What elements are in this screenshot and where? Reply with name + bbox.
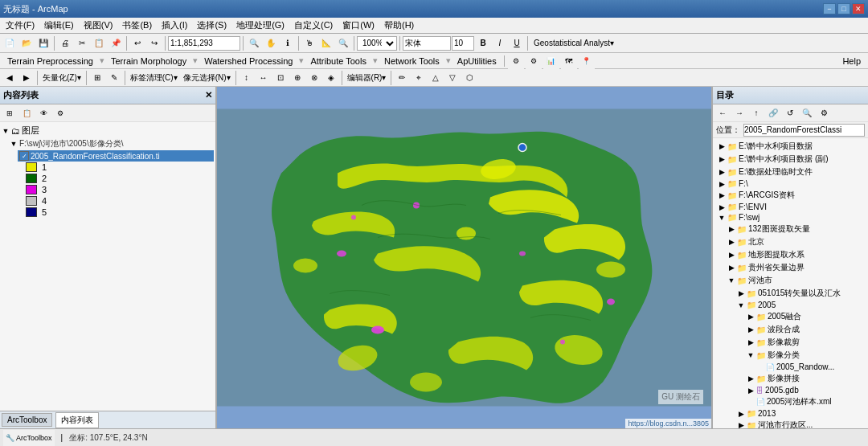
edit2[interactable]: ⌖ bbox=[411, 70, 427, 86]
edit4[interactable]: ▽ bbox=[444, 70, 461, 86]
menu-item-G[interactable]: 地理处理(G) bbox=[232, 18, 289, 32]
expand-1[interactable]: ▶ bbox=[718, 155, 726, 163]
catalog-item-4[interactable]: ▶📁F:\ARCGIS资料 bbox=[714, 189, 866, 202]
expand-10[interactable]: ▶ bbox=[727, 264, 735, 272]
catalog-item-8[interactable]: ▶📁北京 bbox=[714, 235, 866, 248]
aputilities-menu[interactable]: ApUtilities bbox=[453, 55, 501, 67]
tools3[interactable]: 📊 bbox=[543, 53, 559, 69]
zoom-tools[interactable]: 🔍 bbox=[246, 35, 262, 51]
pan-tool[interactable]: ✋ bbox=[263, 35, 279, 51]
catalog-item-12[interactable]: ▶📁051015转矢量以及汇水 bbox=[714, 287, 866, 300]
cut-button[interactable]: ✂ bbox=[74, 35, 90, 51]
catalog-item-10[interactable]: ▶📁贵州省矢量边界 bbox=[714, 261, 866, 274]
catalog-item-16[interactable]: ▶📁影像裁剪 bbox=[714, 336, 866, 349]
catalog-back[interactable]: ← bbox=[714, 105, 731, 121]
arrow-btn2[interactable]: ▶ bbox=[18, 70, 35, 86]
expand-20[interactable]: ▶ bbox=[747, 387, 755, 395]
misc3[interactable]: ⊡ bbox=[272, 70, 289, 86]
menu-item-E[interactable]: 编辑(E) bbox=[40, 18, 78, 32]
expand-16[interactable]: ▶ bbox=[747, 338, 755, 346]
catalog-item-11[interactable]: ▼📁河池市 bbox=[714, 274, 866, 287]
toc-close-button[interactable]: ✕ bbox=[205, 90, 212, 100]
expand-22[interactable]: ▶ bbox=[737, 410, 745, 418]
toc-file-item[interactable]: ✓ 2005_RandomForestClassification.ti bbox=[18, 150, 214, 162]
terrain-morphology-menu[interactable]: Terrain Morphology bbox=[107, 55, 190, 67]
contents-tab[interactable]: 内容列表 bbox=[55, 412, 99, 428]
catalog-item-6[interactable]: ▼📁F:\swj bbox=[714, 212, 866, 223]
toc-btn1[interactable]: ⊞ bbox=[2, 105, 18, 121]
catalog-item-21[interactable]: 📄2005河池样本.xml bbox=[714, 395, 866, 408]
zoom-percent[interactable]: 100% bbox=[357, 36, 397, 51]
file-checkbox[interactable]: ✓ bbox=[19, 151, 29, 161]
arrow-btn1[interactable]: ◀ bbox=[2, 70, 18, 86]
menu-item-C[interactable]: 自定义(C) bbox=[290, 18, 337, 32]
catalog-item-1[interactable]: ▶📁E:\黔中水利项目数据 (副) bbox=[714, 153, 866, 166]
expand-6[interactable]: ▼ bbox=[718, 214, 726, 222]
catalog-item-2[interactable]: ▶📁E:\数据处理临时文件 bbox=[714, 166, 866, 178]
italic-button[interactable]: I bbox=[492, 35, 508, 51]
menu-item-H[interactable]: 帮助(H) bbox=[380, 18, 418, 32]
font-size-input[interactable] bbox=[452, 36, 474, 51]
misc2[interactable]: ↔ bbox=[256, 70, 272, 86]
misc1[interactable]: ↕ bbox=[239, 70, 255, 86]
paste-button[interactable]: 📌 bbox=[108, 35, 124, 51]
expand-5[interactable]: ▶ bbox=[718, 203, 726, 211]
close-button[interactable]: ✕ bbox=[852, 3, 865, 14]
expand-12[interactable]: ▶ bbox=[737, 289, 745, 297]
expand-17[interactable]: ▼ bbox=[747, 351, 755, 359]
geostatistical-label[interactable]: Geostatistical Analyst▾ bbox=[530, 39, 617, 47]
vectorize-btn[interactable]: 矢量化(Z)▾ bbox=[40, 70, 84, 86]
save-button[interactable]: 💾 bbox=[35, 35, 51, 51]
map-area[interactable]: GU 测绘石 https://blog.csdn.n...3805 bbox=[217, 87, 711, 428]
misc6[interactable]: ◈ bbox=[323, 70, 339, 86]
toc-btn3[interactable]: 👁 bbox=[35, 105, 51, 121]
expand-8[interactable]: ▶ bbox=[727, 238, 735, 246]
catalog-item-14[interactable]: ▶📁2005融合 bbox=[714, 310, 866, 323]
catalog-item-7[interactable]: ▶📁132图斑提取矢量 bbox=[714, 223, 866, 235]
catalog-connect[interactable]: 🔗 bbox=[765, 105, 781, 121]
nav2[interactable]: ✎ bbox=[106, 70, 122, 86]
expand-14[interactable]: ▶ bbox=[747, 313, 755, 321]
menu-item-I[interactable]: 插入(I) bbox=[158, 18, 191, 32]
menu-item-F[interactable]: 文件(F) bbox=[2, 18, 39, 32]
menu-item-S[interactable]: 选择(S) bbox=[193, 18, 231, 32]
arctoolbox-tab[interactable]: ArcToolbox bbox=[2, 413, 52, 427]
expand-icon[interactable]: ▼ bbox=[2, 127, 10, 135]
expand-19[interactable]: ▶ bbox=[747, 374, 755, 383]
terrain-preprocessing-menu[interactable]: Terrain Preprocessing bbox=[3, 55, 97, 67]
select-tool[interactable]: 🖱 bbox=[301, 35, 317, 51]
tools1[interactable]: ⚙ bbox=[508, 53, 524, 69]
expand-2[interactable]: ▶ bbox=[718, 168, 726, 176]
copy-button[interactable]: 📋 bbox=[91, 35, 107, 51]
status-arctools[interactable]: 🔧 ArcToolbox bbox=[3, 430, 55, 446]
catalog-item-20[interactable]: ▶🗄2005.gdb bbox=[714, 385, 866, 395]
tools4[interactable]: 🗺 bbox=[561, 53, 577, 69]
watershed-processing-menu[interactable]: Watershed Processing bbox=[200, 55, 297, 67]
new-button[interactable]: 📄 bbox=[2, 35, 18, 51]
expand-3[interactable]: ▶ bbox=[718, 180, 726, 188]
misc5[interactable]: ⊗ bbox=[306, 70, 322, 86]
network-tools-menu[interactable]: Network Tools bbox=[380, 55, 444, 67]
catalog-item-19[interactable]: ▶📁影像拼接 bbox=[714, 372, 866, 385]
print-button[interactable]: 🖨 bbox=[57, 35, 73, 51]
catalog-up[interactable]: ↑ bbox=[748, 105, 764, 121]
edit1[interactable]: ✏ bbox=[394, 70, 410, 86]
expand-4[interactable]: ▶ bbox=[718, 191, 726, 199]
toc-path-item[interactable]: ▼ F:\swj\河池市\2005\影像分类\ bbox=[10, 137, 214, 150]
editor-btn[interactable]: 编辑器(R)▾ bbox=[345, 70, 389, 86]
clean-labels-btn[interactable]: 标签清理(C)▾ bbox=[128, 70, 180, 86]
location-input[interactable] bbox=[743, 124, 865, 137]
toc-layers-root[interactable]: ▼ 🗂 图层 bbox=[2, 124, 214, 137]
expand-0[interactable]: ▶ bbox=[718, 142, 726, 150]
tools2[interactable]: ⚙ bbox=[526, 53, 542, 69]
find-tool[interactable]: 🔍 bbox=[335, 35, 351, 51]
measure-tool[interactable]: 📐 bbox=[318, 35, 334, 51]
expand-7[interactable]: ▶ bbox=[727, 225, 735, 233]
tools5[interactable]: 📍 bbox=[579, 53, 595, 69]
expand-15[interactable]: ▶ bbox=[747, 325, 755, 333]
catalog-options[interactable]: ⚙ bbox=[816, 105, 832, 121]
catalog-item-17[interactable]: ▼📁影像分类 bbox=[714, 349, 866, 362]
expand-9[interactable]: ▶ bbox=[727, 251, 735, 259]
catalog-refresh[interactable]: ↺ bbox=[782, 105, 798, 121]
catalog-item-0[interactable]: ▶📁E:\黔中水利项目数据 bbox=[714, 140, 866, 153]
